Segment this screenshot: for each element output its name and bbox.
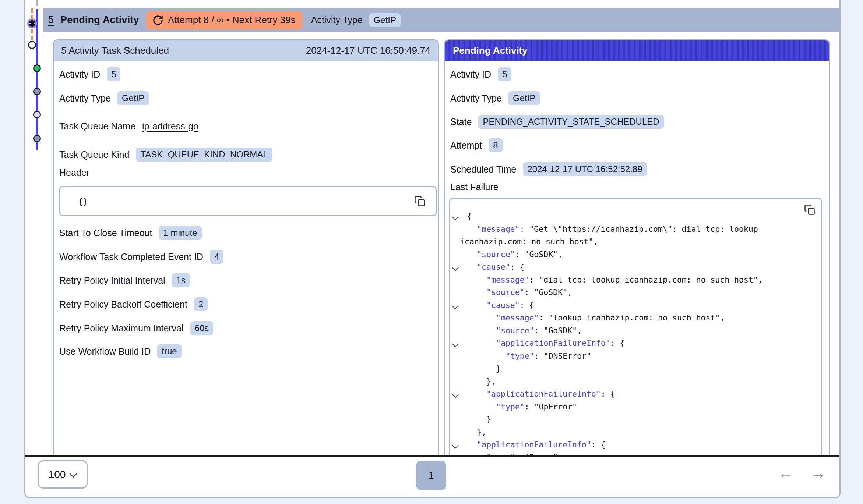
event-history-container: 5 Pending Activity Attempt 8 / ∞ • Next … — [24, 0, 841, 498]
next-page-button[interactable]: → — [808, 462, 828, 485]
field-row-attempt: Attempt 8 — [450, 137, 503, 153]
activity-type-badge: GetIP — [369, 13, 401, 27]
collapse-chevron-icon[interactable] — [452, 213, 458, 220]
json-text: : "lookup icanhazip.com: no such host", — [539, 313, 725, 322]
timeline-node-event[interactable] — [33, 88, 41, 95]
json-key: "source" — [477, 250, 515, 259]
field-label: Attempt — [450, 140, 482, 151]
field-row-activity-type: Activity Type GetIP — [59, 90, 149, 106]
event-title: Pending Activity — [60, 14, 139, 26]
json-text: : "DNSError" — [534, 351, 591, 361]
copy-icon — [804, 204, 815, 215]
json-text: : { — [610, 338, 625, 348]
field-row-start-to-close: Start To Close Timeout 1 minute — [59, 225, 202, 241]
page-size-select[interactable]: 100 — [38, 460, 88, 489]
collapse-chevron-icon[interactable] — [452, 264, 458, 271]
retry-badge: Attempt 8 / ∞ • Next Retry 39s — [146, 11, 302, 29]
field-label: Scheduled Time — [450, 164, 516, 175]
json-text: : "OpError" — [525, 402, 577, 411]
card-timestamp: 2024-12-17 UTC 16:50:49.74 — [306, 45, 430, 56]
field-label: Task Queue Name — [59, 121, 135, 132]
activity-task-scheduled-card: 5 Activity Task Scheduled 2024-12-17 UTC… — [53, 39, 439, 455]
collapse-chevron-icon[interactable] — [452, 340, 458, 347]
field-row-retry-backoff: Retry Policy Backoff Coefficient 2 — [59, 296, 208, 312]
pending-activity-card: Pending Activity Activity ID 5 Activity … — [444, 39, 830, 455]
field-value-badge: true — [157, 344, 181, 358]
field-row-state: State PENDING_ACTIVITY_STATE_SCHEDULED — [450, 114, 664, 130]
field-row-use-wf-build-id: Use Workflow Build ID true — [59, 343, 182, 359]
collapse-chevron-icon[interactable] — [452, 391, 458, 398]
field-label: Task Queue Kind — [59, 149, 129, 160]
json-key: "type" — [496, 402, 525, 411]
field-label: Start To Close Timeout — [59, 228, 152, 238]
json-text: : "GoSDK", — [515, 250, 563, 259]
field-value-badge: 8 — [489, 138, 502, 152]
field-label: Activity ID — [450, 69, 491, 80]
timeline-stub-line — [36, 0, 38, 6]
field-row-task-queue-name: Task Queue Name ip-address-go — [59, 118, 198, 134]
timeline-node-open-event[interactable] — [28, 41, 36, 49]
json-text: : "dial tcp: lookup icanhazip.com: no su… — [529, 275, 763, 284]
field-row-task-queue-kind: Task Queue Kind TASK_QUEUE_KIND_NORMAL — [59, 146, 272, 163]
header-section-label: Header — [59, 167, 89, 178]
json-key: "cause" — [486, 301, 520, 310]
field-value-badge: 1s — [172, 273, 190, 287]
json-key: "message" — [477, 224, 520, 234]
timeline-node-event[interactable] — [33, 111, 41, 118]
field-row-wf-task-completed: Workflow Task Completed Event ID 4 — [59, 249, 223, 265]
rotate-cw-icon — [152, 15, 163, 26]
header-payload-value: {} — [78, 196, 88, 206]
json-text: : { — [520, 301, 534, 310]
json-text: : { — [591, 440, 606, 449]
timeline-node-pending-marker[interactable] — [29, 20, 35, 27]
field-value-badge: 2024-12-17 UTC 16:52:52.89 — [523, 162, 647, 176]
field-row-activity-type: Activity Type GetIP — [450, 90, 540, 106]
field-row-activity-id: Activity ID 5 — [59, 66, 120, 82]
field-value-badge: 1 minute — [159, 226, 201, 240]
field-value-badge: 2 — [194, 297, 208, 311]
json-content: {"message": "Get \"https://icanhazip.com… — [450, 199, 821, 455]
last-failure-json-viewer[interactable]: {"message": "Get \"https://icanhazip.com… — [449, 198, 822, 455]
field-value-badge: 60s — [190, 321, 214, 335]
task-queue-link[interactable]: ip-address-go — [142, 121, 198, 132]
collapse-chevron-icon[interactable] — [452, 442, 458, 448]
field-row-activity-id: Activity ID 5 — [450, 66, 511, 82]
collapse-chevron-icon[interactable] — [452, 302, 458, 309]
last-failure-label: Last Failure — [450, 182, 499, 192]
state-badge: PENDING_ACTIVITY_STATE_SCHEDULED — [478, 115, 663, 129]
json-key: "message" — [486, 275, 529, 284]
field-label: State — [450, 117, 472, 127]
json-text: : "GoSDK", — [534, 326, 582, 335]
retry-badge-label: Attempt 8 / ∞ • Next Retry 39s — [168, 14, 296, 26]
card-title: 5 Activity Task Scheduled — [61, 45, 169, 56]
field-value-badge: 4 — [210, 250, 223, 264]
field-row-scheduled-time: Scheduled Time 2024-12-17 UTC 16:52:52.8… — [450, 161, 647, 177]
timeline-node-event[interactable] — [33, 135, 41, 142]
chevron-down-icon — [70, 470, 77, 478]
json-text: } — [496, 364, 501, 373]
json-text: }, — [486, 377, 496, 386]
pagination-footer: 100 1 ← → — [25, 457, 839, 497]
json-key: "applicationFailureInfo" — [477, 440, 591, 449]
field-value-badge: 5 — [498, 67, 511, 81]
json-text: : { — [601, 389, 615, 398]
pending-activity-card-header: Pending Activity — [445, 40, 829, 61]
card-title: Pending Activity — [453, 45, 528, 56]
copy-button[interactable] — [414, 196, 425, 207]
previous-page-button[interactable]: ← — [776, 462, 796, 485]
field-row-retry-max: Retry Policy Maximum Interval 60s — [59, 320, 213, 336]
json-key: "source" — [496, 326, 534, 335]
timeline-node-completed-event[interactable] — [33, 64, 41, 72]
field-value-badge: GetIP — [508, 91, 540, 105]
field-value-badge: GetIP — [117, 91, 149, 105]
header-payload-box: {} — [59, 186, 437, 216]
json-key: "type" — [506, 351, 534, 361]
event-id-link[interactable]: 5 — [48, 14, 54, 26]
event-row-header[interactable]: 5 Pending Activity Attempt 8 / ∞ • Next … — [43, 8, 839, 32]
json-key: "source" — [486, 288, 525, 297]
field-label: Use Workflow Build ID — [59, 346, 151, 357]
current-page-button[interactable]: 1 — [416, 461, 446, 490]
copy-button[interactable] — [804, 204, 815, 215]
json-text: { — [467, 212, 472, 221]
json-text: : { — [510, 262, 525, 271]
